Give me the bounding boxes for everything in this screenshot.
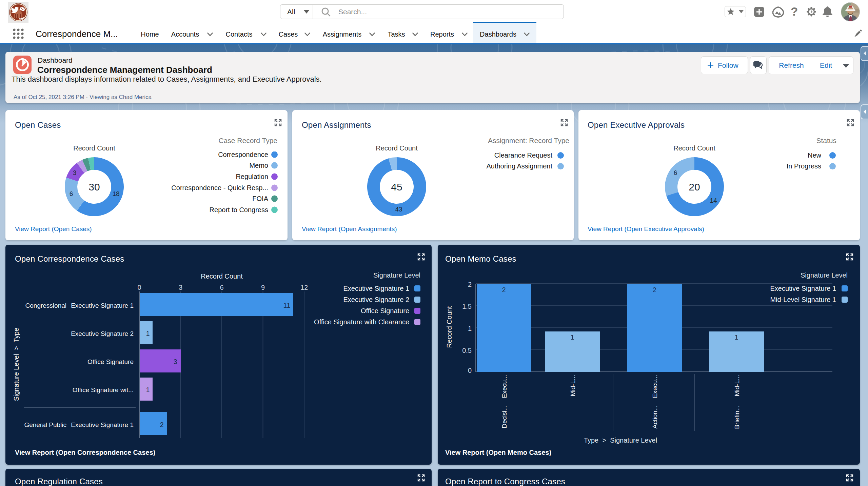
svg-text:Office Signature: Office Signature xyxy=(87,358,134,365)
svg-text:6: 6 xyxy=(220,284,223,291)
svg-text:Congressional: Congressional xyxy=(25,302,66,309)
svg-text:0.5: 0.5 xyxy=(462,347,472,354)
svg-text:12: 12 xyxy=(300,284,308,291)
svg-text:2: 2 xyxy=(502,286,506,293)
svg-text:Record Count: Record Count xyxy=(446,306,453,348)
svg-text:Briefin...: Briefin... xyxy=(733,405,741,429)
svg-text:Execu...: Execu... xyxy=(651,375,658,398)
svg-text:1.5: 1.5 xyxy=(462,303,472,310)
svg-text:1: 1 xyxy=(146,330,150,337)
svg-text:1: 1 xyxy=(146,386,150,393)
svg-text:9: 9 xyxy=(261,284,265,291)
svg-text:Executive Signature 1: Executive Signature 1 xyxy=(71,421,134,428)
svg-text:General Public: General Public xyxy=(24,421,66,428)
svg-text:Type > Signature Level: Type > Signature Level xyxy=(584,437,657,444)
svg-text:Decisi...: Decisi... xyxy=(501,405,508,428)
svg-text:Executive Signature 2: Executive Signature 2 xyxy=(71,330,134,337)
svg-text:Execu...: Execu... xyxy=(501,375,508,398)
svg-text:Mid-L...: Mid-L... xyxy=(733,375,741,396)
svg-text:Executive Signature 1: Executive Signature 1 xyxy=(71,302,134,309)
svg-text:Mid-L...: Mid-L... xyxy=(569,375,576,396)
svg-text:0: 0 xyxy=(468,367,472,374)
svg-text:11: 11 xyxy=(283,302,291,309)
svg-text:3: 3 xyxy=(173,358,177,365)
svg-text:Office Signature wit...: Office Signature wit... xyxy=(73,386,134,393)
svg-text:2: 2 xyxy=(652,286,656,293)
svg-text:1: 1 xyxy=(468,325,472,332)
svg-text:Action...: Action... xyxy=(651,405,658,429)
svg-text:2: 2 xyxy=(468,281,472,288)
svg-text:Signature Level > Type: Signature Level > Type xyxy=(13,328,20,401)
svg-text:2: 2 xyxy=(160,421,163,428)
svg-text:1: 1 xyxy=(570,333,574,341)
svg-text:0: 0 xyxy=(137,284,141,291)
svg-text:3: 3 xyxy=(179,284,182,291)
svg-text:1: 1 xyxy=(734,333,738,341)
